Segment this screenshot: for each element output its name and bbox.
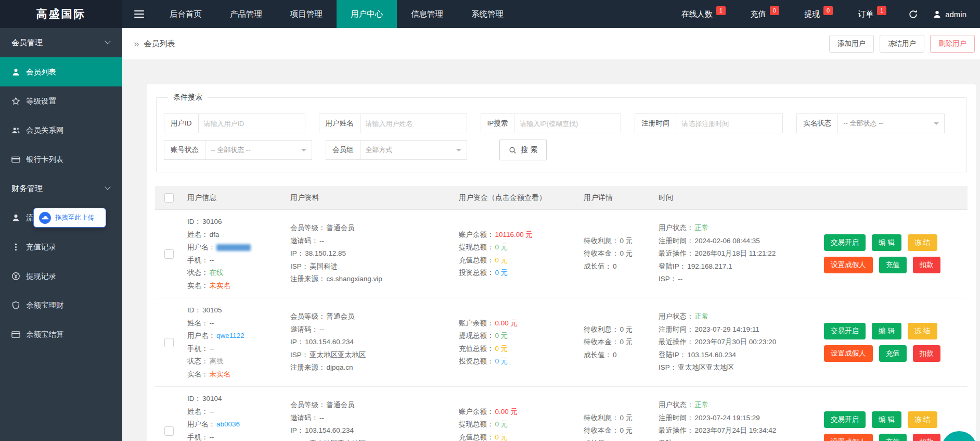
- sidebar-group-finance[interactable]: 财务管理: [0, 174, 122, 203]
- field-label: 待收利息：: [584, 325, 619, 333]
- edit-button[interactable]: 编 辑: [872, 234, 901, 251]
- field-label: 手机：: [187, 433, 209, 441]
- user-id-value: 30105: [202, 306, 222, 314]
- time-cell: 用户状态：正常 注册时间：2023-07-29 14:19:11 最近操作：20…: [659, 310, 824, 374]
- recharge-button[interactable]: 充值: [879, 434, 907, 441]
- member-group-field-group: 会员组 全部方式: [326, 140, 467, 160]
- invest-total-value[interactable]: 0 元: [495, 269, 508, 276]
- row-checkbox[interactable]: [164, 338, 174, 347]
- username-link[interactable]: ab0036: [216, 420, 240, 428]
- field-label: 成长值：: [584, 262, 612, 270]
- user-name-input[interactable]: [360, 114, 467, 133]
- nav-item-system[interactable]: 系统管理: [457, 0, 518, 28]
- search-panel: 条件搜索 用户ID 用户姓名 IP搜索 注册时间: [156, 93, 966, 172]
- recharge-button[interactable]: 充值: [879, 345, 907, 362]
- balance-value[interactable]: 10116.00 元: [495, 231, 533, 238]
- topbar: 高盛国际 后台首页 产品管理 项目管理 用户中心 信息管理 系统管理 在线人数 …: [0, 0, 980, 28]
- stat-orders[interactable]: 订单 1: [845, 0, 899, 28]
- nav-item-info[interactable]: 信息管理: [397, 0, 457, 28]
- upload-dropzone-tooltip[interactable]: 拖拽至此上传: [33, 208, 106, 228]
- username-link[interactable]: qwe1122: [216, 332, 244, 339]
- account-status-select[interactable]: -- 全部状态 --: [205, 140, 312, 160]
- actions-cell: 交易开启 编 辑 冻 结 设置成假人 充值 扣款: [824, 323, 968, 362]
- field-label: 用户名：: [187, 420, 215, 428]
- nav-item-dashboard[interactable]: 后台首页: [156, 0, 216, 28]
- refresh-button[interactable]: [899, 9, 927, 19]
- member-group-select[interactable]: 全部方式: [360, 140, 467, 160]
- freeze-button[interactable]: 冻 结: [908, 323, 937, 339]
- menu-toggle-button[interactable]: [122, 0, 156, 28]
- user-id-input[interactable]: [198, 114, 305, 133]
- field-label: 邀请码：: [290, 237, 318, 245]
- deduct-button[interactable]: 扣款: [913, 434, 940, 441]
- phone-value: --: [210, 345, 214, 352]
- stat-recharge[interactable]: 充值 0: [738, 0, 792, 28]
- sidebar-group-members[interactable]: 会员管理: [0, 28, 122, 57]
- sidebar-item-recharge-records[interactable]: 充值记录: [0, 232, 122, 261]
- stat-online-users[interactable]: 在线人数 1: [669, 0, 738, 28]
- realname-status-select[interactable]: -- 全部状态 --: [837, 114, 945, 133]
- account-status-value: 正常: [695, 312, 709, 320]
- field-label: 待收本金：: [584, 249, 619, 257]
- trade-toggle-button[interactable]: 交易开启: [824, 411, 866, 428]
- field-label: 成长值：: [584, 351, 612, 359]
- trade-toggle-button[interactable]: 交易开启: [824, 323, 866, 339]
- nav-item-projects[interactable]: 项目管理: [276, 0, 337, 28]
- stat-badge: 0: [823, 6, 833, 15]
- select-all-checkbox[interactable]: [164, 193, 174, 203]
- balance-value[interactable]: 0.00 元: [495, 408, 518, 415]
- field-label: IP：: [290, 426, 304, 434]
- recharge-total-value[interactable]: 0 元: [495, 256, 508, 264]
- delete-user-button[interactable]: 删除用户: [930, 35, 975, 53]
- user-menu[interactable]: admin: [927, 10, 980, 19]
- invest-total-value[interactable]: 0 元: [495, 357, 508, 365]
- deduct-button[interactable]: 扣款: [913, 257, 940, 273]
- field-label: ID：: [187, 306, 201, 314]
- deduct-button[interactable]: 扣款: [913, 345, 940, 362]
- set-fake-button[interactable]: 设置成假人: [824, 434, 873, 441]
- recharge-total-value[interactable]: 0 元: [495, 433, 508, 441]
- shield-icon: [11, 301, 20, 310]
- field-label: 注册来源：: [290, 275, 326, 283]
- nav-item-user-center[interactable]: 用户中心: [337, 0, 397, 28]
- sidebar-item-level-settings[interactable]: 等级设置: [0, 86, 122, 116]
- field-label: 用户状态：: [659, 401, 694, 409]
- set-fake-button[interactable]: 设置成假人: [824, 257, 873, 273]
- withdraw-total-value[interactable]: 0 元: [495, 332, 508, 339]
- search-button-label: 搜 索: [521, 145, 538, 155]
- row-checkbox[interactable]: [164, 249, 174, 259]
- row-checkbox[interactable]: [164, 426, 174, 436]
- freeze-button[interactable]: 冻 结: [908, 411, 937, 428]
- withdraw-total-value[interactable]: 0 元: [495, 243, 508, 251]
- sidebar-item-yuebao-settlement[interactable]: 余额宝结算: [0, 320, 122, 349]
- sidebar-item-member-network[interactable]: 会员关系网: [0, 116, 122, 145]
- freeze-button[interactable]: 冻 结: [908, 234, 937, 251]
- last-op-value: 2023年07月30日 00:23:20: [695, 338, 777, 346]
- recharge-button[interactable]: 充值: [879, 257, 907, 273]
- field-label: 注册来源：: [290, 363, 326, 371]
- freeze-user-button[interactable]: 冻结用户: [880, 35, 924, 53]
- balance-value[interactable]: 0.00 元: [495, 319, 518, 327]
- col-header-user-funds: 用户资金（点击金额查看）: [459, 193, 584, 203]
- username: admin: [945, 10, 966, 19]
- add-user-button[interactable]: 添加用户: [829, 35, 874, 53]
- sidebar-item-yuebao-finance[interactable]: 余额宝理财: [0, 291, 122, 320]
- stat-withdraw[interactable]: 提现 0: [792, 0, 845, 28]
- recharge-total-value[interactable]: 0 元: [495, 345, 508, 352]
- table-body: ID：30106 姓名：dfa 用户名： 手机：-- 状态：在线 实名：未实名 …: [155, 210, 968, 441]
- nav-item-products[interactable]: 产品管理: [216, 0, 276, 28]
- group-label: 会员管理: [11, 38, 43, 48]
- ip-search-input[interactable]: [514, 114, 621, 133]
- edit-button[interactable]: 编 辑: [872, 411, 901, 428]
- set-fake-button[interactable]: 设置成假人: [824, 345, 873, 362]
- edit-button[interactable]: 编 辑: [872, 323, 901, 339]
- users-icon: [11, 126, 20, 135]
- search-button[interactable]: 搜 索: [499, 140, 547, 160]
- sidebar-item-withdraw-records[interactable]: 提现记录: [0, 261, 122, 291]
- sidebar-item-member-list[interactable]: 会员列表: [0, 57, 122, 86]
- reg-time-input[interactable]: [676, 114, 783, 133]
- field-label: 投资总额：: [459, 357, 494, 365]
- trade-toggle-button[interactable]: 交易开启: [824, 234, 866, 251]
- withdraw-total-value[interactable]: 0 元: [495, 420, 508, 428]
- sidebar-item-bank-cards[interactable]: 银行卡列表: [0, 145, 122, 174]
